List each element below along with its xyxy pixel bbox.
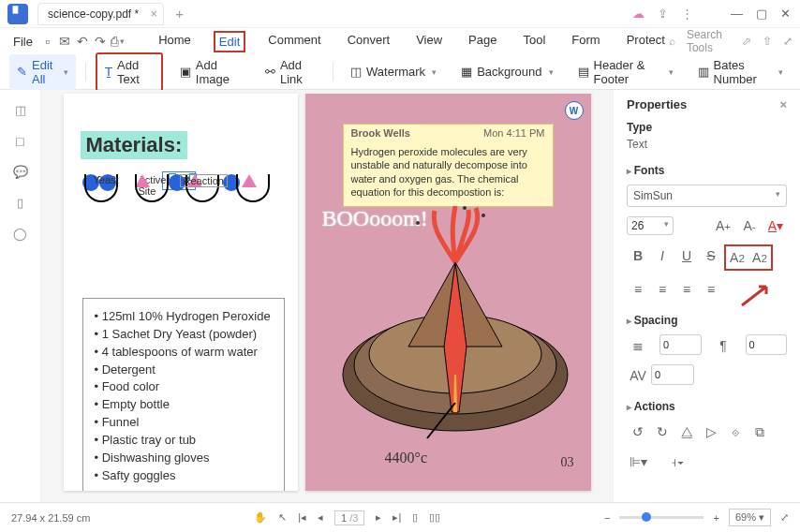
tab-convert[interactable]: Convert (344, 31, 394, 52)
bookmarks-icon[interactable]: ◻ (15, 134, 25, 148)
panel-title: Properties (627, 97, 687, 111)
paragraph-spacing-input[interactable]: 0 (746, 334, 787, 355)
tab-comment[interactable]: Comment (264, 31, 324, 52)
list-item: 125ml 10% Hydrogen Peroxide (95, 308, 273, 326)
extract-icon[interactable]: ⧉ (748, 421, 771, 443)
tab-page[interactable]: Page (465, 31, 500, 52)
header-footer-button[interactable]: ▤ Header & Footer▾ (570, 54, 681, 90)
rotate-left-icon[interactable]: ↺ (627, 421, 649, 443)
annotation-note[interactable]: Brook Wells Mon 4:11 PM Hydrogen peroxid… (343, 124, 554, 207)
note-body: Hydrogen peroxide molecules are very uns… (344, 141, 553, 206)
select-tool-icon[interactable]: ↖ (278, 511, 287, 524)
align-left-button[interactable]: ≡ (627, 278, 649, 301)
close-tab-icon[interactable]: × (151, 7, 158, 21)
header-footer-icon: ▤ (578, 65, 589, 79)
edit-icon: ✎ (17, 65, 27, 79)
rotate-right-icon[interactable]: ↻ (651, 421, 674, 443)
undo-icon[interactable]: ↶ (74, 31, 92, 52)
flip-h-icon[interactable]: ⧋ (675, 421, 698, 443)
document-tab[interactable]: science-copy.pdf * × (37, 3, 164, 25)
zoom-in-icon[interactable]: + (713, 512, 719, 524)
paragraph-spacing-icon: ¶ (713, 334, 734, 357)
char-spacing-icon: AV (627, 364, 649, 387)
edit-all-button[interactable]: ✎ Edit All▾ (9, 54, 76, 90)
italic-button[interactable]: I (651, 244, 674, 267)
align-center-button[interactable]: ≡ (651, 278, 674, 301)
list-item: 1 Sachet Dry Yeast (powder) (95, 326, 273, 344)
flip-v-icon[interactable]: ▷ (700, 421, 722, 443)
close-window-button[interactable]: ✕ (780, 7, 791, 21)
next-page-icon[interactable]: ▸ (376, 511, 381, 524)
file-menu[interactable]: File (7, 35, 38, 49)
share-icon[interactable]: ⇪ (658, 7, 668, 21)
underline-button[interactable]: U (675, 244, 698, 267)
tab-form[interactable]: Form (568, 31, 603, 52)
align-right-button[interactable]: ≡ (675, 278, 698, 301)
spacing-section-label: Spacing (627, 314, 787, 327)
zoom-slider[interactable] (619, 516, 704, 519)
bold-button[interactable]: B (627, 244, 649, 267)
distribute-v-icon[interactable]: ⫞▾ (666, 451, 689, 473)
first-page-icon[interactable]: |◂ (298, 511, 306, 524)
cloud-icon[interactable]: ☁ (632, 7, 644, 21)
close-panel-icon[interactable]: × (779, 97, 787, 111)
font-family-select[interactable]: SimSun▾ (627, 185, 787, 207)
tab-tool[interactable]: Tool (519, 31, 549, 52)
list-item: Funnel (95, 414, 273, 432)
zoom-select[interactable]: 69% ▾ (729, 509, 771, 526)
search-panel-icon[interactable]: ◯ (13, 227, 27, 241)
tab-protect[interactable]: Protect (623, 31, 669, 52)
volcano-illustration (324, 206, 577, 450)
comments-icon[interactable]: 💬 (13, 165, 28, 179)
align-justify-button[interactable]: ≡ (700, 278, 722, 301)
open-external-icon[interactable]: ⬀ (742, 35, 751, 48)
add-tab-button[interactable]: + (175, 6, 184, 22)
bates-number-button[interactable]: ▥ Bates Number▾ (690, 54, 791, 90)
single-page-icon[interactable]: ▯ (412, 511, 418, 524)
expand-icon[interactable]: ⤢ (783, 35, 793, 48)
save-icon[interactable]: ▫ (38, 31, 56, 52)
font-size-select[interactable]: 26▾ (627, 216, 674, 235)
superscript-button[interactable]: A2 (726, 246, 748, 269)
attachments-icon[interactable]: ▯ (17, 196, 23, 210)
fit-page-icon[interactable]: ⤢ (780, 511, 789, 524)
font-color-icon[interactable]: A▾ (764, 214, 787, 237)
tab-edit[interactable]: Edit (214, 31, 245, 52)
list-item: 4 tablespoons of warm water (95, 344, 273, 362)
document-canvas[interactable]: Materials: text H2O2 Active Site Yeast R… (41, 90, 613, 502)
redo-icon[interactable]: ↷ (91, 31, 109, 52)
type-label: Type (627, 121, 787, 134)
crop-icon[interactable]: ⟐ (724, 421, 747, 443)
tab-home[interactable]: Home (155, 31, 195, 52)
decrease-font-icon[interactable]: A- (738, 214, 761, 237)
line-spacing-input[interactable]: 0 (659, 334, 701, 355)
thumbnails-icon[interactable]: ◫ (15, 103, 26, 117)
distribute-h-icon[interactable]: ⊫▾ (627, 451, 649, 473)
two-page-icon[interactable]: ▯▯ (429, 511, 440, 524)
print-icon[interactable]: ⎙▾ (109, 31, 126, 52)
background-button[interactable]: ▦ Background▾ (453, 61, 560, 82)
mail-icon[interactable]: ✉ (56, 31, 74, 52)
hand-tool-icon[interactable]: ✋ (254, 511, 267, 524)
strikethrough-button[interactable]: S (700, 244, 722, 267)
add-link-button[interactable]: ⚯ Add Link (258, 54, 323, 90)
watermark-button[interactable]: ◫ Watermark▾ (343, 61, 444, 82)
watermark-icon: ◫ (350, 65, 362, 79)
minimize-button[interactable]: — (731, 7, 743, 21)
search-icon[interactable]: ⌕ (669, 35, 675, 48)
page-input[interactable]: 1 /3 (334, 510, 364, 525)
add-text-button[interactable]: Ṯ Add Text (96, 52, 163, 92)
kebab-icon[interactable]: ⋮ (681, 7, 693, 21)
increase-font-icon[interactable]: A+ (712, 214, 734, 237)
add-image-button[interactable]: ▣ Add Image (172, 54, 248, 90)
last-page-icon[interactable]: ▸| (393, 511, 401, 524)
list-item: Dishwashing gloves (95, 450, 273, 467)
maximize-button[interactable]: ▢ (756, 7, 767, 21)
export-icon[interactable]: ⇧ (763, 35, 772, 48)
search-tools-placeholder[interactable]: Search Tools (687, 28, 731, 54)
subscript-button[interactable]: A2 (748, 246, 771, 269)
tab-view[interactable]: View (412, 31, 446, 52)
zoom-out-icon[interactable]: − (604, 512, 610, 524)
prev-page-icon[interactable]: ◂ (318, 511, 323, 524)
char-spacing-input[interactable]: 0 (651, 364, 694, 385)
